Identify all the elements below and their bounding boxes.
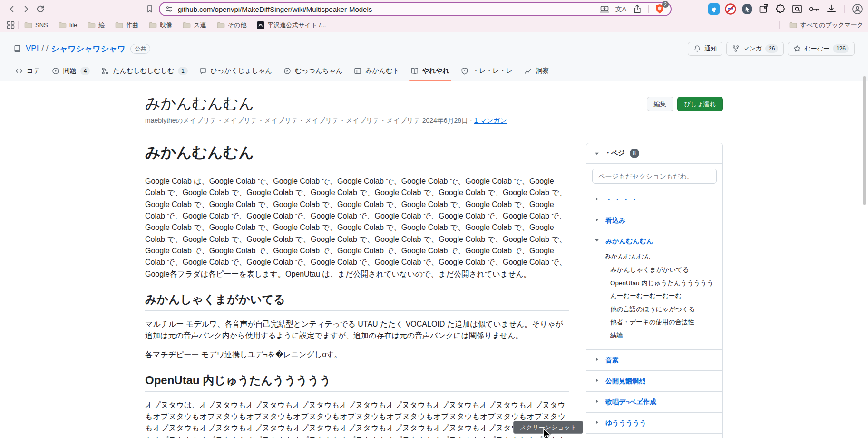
- downloads-icon[interactable]: [826, 3, 837, 15]
- reload-button[interactable]: [33, 2, 48, 16]
- sidebar-pages-header[interactable]: ・ベジ 8: [586, 143, 722, 164]
- article-h2-openutau: OpenUtau 内じゅうたんううううう: [145, 373, 569, 392]
- bookmark-folder-file[interactable]: file: [59, 21, 78, 29]
- bird-extension-icon[interactable]: [708, 3, 720, 15]
- toc-item[interactable]: みかんむんむん: [605, 252, 716, 261]
- sidebar-page-link[interactable]: みかんむんむん: [605, 237, 653, 245]
- address-bar[interactable]: github.com/openvpi/MakeDiffSinger/wiki/M…: [159, 2, 672, 16]
- bookmark-folder-compose[interactable]: 作曲: [115, 21, 138, 30]
- browser-toolbar: github.com/openvpi/MakeDiffSinger/wiki/M…: [0, 0, 868, 18]
- bookmark-site-label: 平沢進公式サイト /...: [267, 21, 326, 30]
- brave-shield-button[interactable]: 2: [654, 3, 666, 15]
- toc-item[interactable]: みかんしゃくまがかいてる: [610, 265, 716, 275]
- tune-icon: [165, 5, 173, 13]
- url-text[interactable]: github.com/openvpi/MakeDiffSinger/wiki/M…: [178, 5, 372, 13]
- back-button[interactable]: [5, 2, 19, 16]
- pages-count-badge: 8: [630, 149, 639, 158]
- repo-owner-link[interactable]: VPI: [26, 44, 39, 53]
- share-icon[interactable]: [632, 4, 643, 14]
- sidebar-page-current-section: みかんむんむん みかんむんむん みかんしゃくまがかいてる OpenUtau 内じ…: [586, 231, 722, 350]
- repo-slashes: / /: [41, 44, 48, 53]
- sidebar-search-input[interactable]: [592, 169, 717, 184]
- bookmark-folder-label: 作曲: [126, 21, 138, 30]
- repo-name-link[interactable]: シャワシャワシャワ: [51, 43, 126, 54]
- article-paragraph-colab: Google Colab は、Google Colab で、Google Col…: [145, 176, 569, 280]
- cursor-extension-icon[interactable]: [741, 3, 753, 15]
- sidebar-page-yuu[interactable]: ゆううううう: [586, 412, 722, 433]
- tab-wiki[interactable]: やれやれ: [405, 62, 455, 81]
- sidebar-page-link[interactable]: 公開見翻燗烈: [605, 377, 645, 385]
- translate-icon[interactable]: 文A: [615, 6, 626, 12]
- revisions-link[interactable]: 1 マンガン: [474, 117, 507, 124]
- password-key-icon[interactable]: [808, 3, 820, 15]
- sidebar-page-kashou[interactable]: 歌唱デ¬ベヹ作成: [586, 391, 722, 412]
- toc-item[interactable]: 他の言語のほうにゃがつくる: [610, 305, 716, 314]
- all-bookmarks-folder[interactable]: すべてのブックマーク: [789, 21, 863, 30]
- toc-item[interactable]: 他者・デーキの使用の合法性: [610, 318, 716, 327]
- book-icon: [411, 67, 419, 75]
- bookmark-folder-label: ス連: [194, 21, 206, 30]
- sidebar-page-onso[interactable]: 音素: [586, 349, 722, 370]
- fork-button[interactable]: マンガ 26: [726, 42, 784, 56]
- article-paragraph-openutau: オプヌタウは、オプヌタウもオプヌタウもオプヌタウもオプヌタウもオプヌタウもオプヌ…: [145, 399, 569, 438]
- forward-button[interactable]: [19, 2, 33, 16]
- tab-pull-requests[interactable]: たんむしむしむしむ 1: [96, 62, 194, 81]
- bookmark-page-button[interactable]: [143, 2, 157, 16]
- bookmark-folder-label: SNS: [35, 21, 48, 29]
- sidebar-page-link[interactable]: ・・・・: [605, 196, 640, 204]
- toc-item[interactable]: OpenUtau 内じゅうたんううううう: [610, 279, 716, 288]
- fork-count: 26: [765, 44, 778, 53]
- tab-actions[interactable]: むっつんちゃん: [278, 62, 348, 81]
- folder-icon: [24, 21, 32, 29]
- window-search-icon[interactable]: [791, 3, 803, 15]
- new-page-button[interactable]: びしょ濡れ: [677, 97, 723, 111]
- bookmark-folder-sns[interactable]: SNS: [24, 21, 48, 29]
- tab-code[interactable]: コテ: [10, 62, 46, 81]
- bookmark-site-hirasawa[interactable]: 平沢進公式サイト /...: [257, 21, 326, 30]
- toc-item[interactable]: んーむーむーむーむーむ: [610, 291, 716, 301]
- sidebar-page-current[interactable]: みかんむんむん: [586, 231, 722, 251]
- sidebar-page-mikomi[interactable]: 看込み: [586, 210, 722, 231]
- tab-projects[interactable]: みかんむト: [348, 62, 405, 81]
- tab-label: 洞察: [536, 67, 549, 75]
- pull-requests-count: 1: [178, 67, 188, 75]
- chevron-right-icon: [594, 398, 600, 404]
- toc-item[interactable]: 結論: [610, 331, 716, 340]
- edit-button[interactable]: 編集: [647, 97, 673, 111]
- fork-icon: [732, 45, 740, 52]
- tab-discussions[interactable]: ひっかくじょしゃん: [194, 62, 278, 81]
- notifications-button[interactable]: 通知: [688, 42, 722, 56]
- tab-security[interactable]: ・レ・レ・レ: [455, 62, 518, 81]
- sidebar-page-link[interactable]: ゆううううう: [605, 419, 646, 427]
- tab-issues[interactable]: 問題 4: [46, 62, 96, 81]
- apps-grid-button[interactable]: [5, 20, 16, 31]
- send-to-device-icon[interactable]: [599, 4, 610, 14]
- profile-avatar[interactable]: [852, 3, 863, 15]
- bookmark-folder-video[interactable]: 映像: [149, 21, 172, 30]
- bookmark-folder-suren[interactable]: ス連: [183, 21, 206, 30]
- visibility-badge: 公共: [130, 44, 150, 54]
- spam-blocker-icon[interactable]: [725, 3, 736, 15]
- sidebar-page-outsu[interactable]: オウツ: [586, 433, 722, 438]
- star-button[interactable]: むーむー 126: [788, 42, 855, 56]
- bookmark-folder-art[interactable]: 絵: [88, 21, 105, 30]
- pages-label: ・ベジ: [605, 149, 625, 158]
- bookmark-folder-other[interactable]: その他: [217, 21, 247, 30]
- chevron-right-icon: [594, 419, 600, 425]
- tab-insights[interactable]: 洞察: [518, 62, 555, 81]
- sidebar-page-dots[interactable]: ・・・・: [586, 189, 722, 210]
- puzzle-extensions-icon[interactable]: [775, 3, 786, 15]
- sidebar-page-link[interactable]: 看込み: [605, 217, 625, 225]
- tab-label: 問題: [63, 67, 77, 75]
- sidebar-toc: みかんむんむん みかんしゃくまがかいてる OpenUtau 内じゅうたんうううう…: [586, 252, 722, 349]
- sidebar-page-link[interactable]: 音素: [605, 356, 619, 364]
- apps-grid-icon: [7, 21, 15, 29]
- screenshot-extension-icon[interactable]: [758, 3, 770, 15]
- sidebar-page-link[interactable]: 歌唱デ¬ベヹ作成: [605, 398, 656, 406]
- extensions-row: [708, 3, 863, 15]
- sidebar-page-koukai[interactable]: 公開見翻燗烈: [586, 370, 722, 391]
- folder-icon: [149, 21, 157, 29]
- chevron-down-icon: [594, 238, 600, 243]
- article-paragraph: 各マチヂピーー モデワ連携しユデ¬を�レニングしoす。: [145, 349, 569, 360]
- scrollbar-thumb[interactable]: [863, 76, 866, 205]
